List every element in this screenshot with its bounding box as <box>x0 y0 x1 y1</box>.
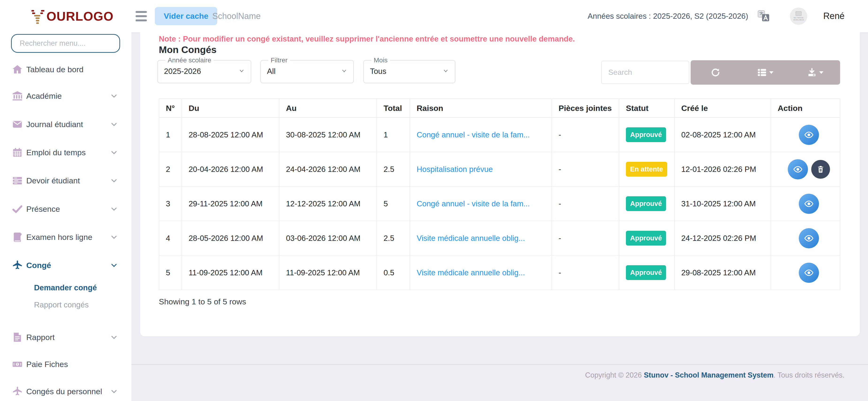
columns-button[interactable] <box>740 60 790 85</box>
table-header-row: N° Du Au Total Raison Pièces jointes Sta… <box>159 99 840 118</box>
col-total: Total <box>377 99 410 118</box>
sidebar-item-presence[interactable]: Présence <box>0 198 131 220</box>
reason-link[interactable]: Congé annuel - visite de la fam... <box>416 130 530 139</box>
delete-button[interactable] <box>811 160 830 179</box>
table-summary: Showing 1 to 5 of 5 rows <box>159 297 246 306</box>
sidebar-item-tableau-de-bord[interactable]: Tableau de bord <box>0 59 131 80</box>
school-year-label: Année scolaire <box>165 57 214 64</box>
page-title: Mon Congés <box>159 44 217 55</box>
footer-brand-link[interactable]: Stunov - School Management System <box>644 371 773 379</box>
view-button[interactable] <box>799 228 819 248</box>
eye-icon <box>804 199 814 209</box>
caret-down-icon <box>819 71 824 74</box>
sidebar-item-paie-fiches[interactable]: Paie Fiches <box>0 354 131 375</box>
app-screen: OURLOGO Vider cache SchoolName Années sc… <box>0 0 868 401</box>
table-toolbar <box>691 60 840 85</box>
sidebar-subitem-demander-conge[interactable]: Demander congé <box>0 279 131 296</box>
col-statut: Statut <box>619 99 675 118</box>
table-search-input[interactable] <box>601 61 689 84</box>
refresh-button[interactable] <box>691 60 740 85</box>
school-name-tab[interactable]: SchoolName <box>212 0 260 32</box>
logo-text: OURLOGO <box>46 9 114 24</box>
table-row: 5 11-09-2025 12:00 AM 11-09-2025 12:00 A… <box>159 255 840 290</box>
sidebar-item-conge[interactable]: Congé <box>0 255 131 276</box>
export-button[interactable] <box>790 60 840 85</box>
report-icon <box>12 332 23 343</box>
bank-icon <box>12 90 23 102</box>
view-button[interactable] <box>799 125 819 145</box>
chevron-down-icon <box>443 67 449 76</box>
sidebar-item-examen-hors-ligne[interactable]: Examen hors ligne <box>0 226 131 248</box>
avatar[interactable]: NO IMAGE AVAILABLE <box>790 7 807 25</box>
chevron-down-icon <box>110 333 118 341</box>
col-raison: Raison <box>410 99 552 118</box>
status-badge: Approuvé <box>626 127 666 142</box>
sidebar-item-academie[interactable]: Académie <box>0 85 131 107</box>
topbar: OURLOGO Vider cache SchoolName Années sc… <box>0 0 868 32</box>
sidebar-item-rapport[interactable]: Rapport <box>0 327 131 348</box>
school-years-label: Années scolaires : 2025-2026, S2 (2025-2… <box>588 12 748 21</box>
menu-search-input[interactable] <box>11 34 120 53</box>
user-name[interactable]: René <box>823 11 844 21</box>
refresh-icon <box>711 68 720 77</box>
chevron-down-icon <box>110 388 118 395</box>
sidebar-item-emploi-du-temps[interactable]: Emploi du temps <box>0 142 131 163</box>
chevron-down-icon <box>239 67 245 76</box>
content-card: Note : Pour modifier un congé existant, … <box>140 32 860 336</box>
chevron-down-icon <box>110 262 118 269</box>
money-icon <box>12 359 23 370</box>
col-du: Du <box>182 99 279 118</box>
month-select[interactable]: Mois Tous <box>363 57 455 83</box>
plane-icon <box>12 260 23 271</box>
sidebar-item-journal-etudiant[interactable]: Journal étudiant <box>0 113 131 135</box>
topbar-right: Années scolaires : 2025-2026, S2 (2025-2… <box>588 0 844 32</box>
school-year-value: 2025-2026 <box>164 67 201 76</box>
sidebar: Tableau de bord Académie Journal étudian… <box>0 32 131 401</box>
chevron-down-icon <box>110 205 118 213</box>
sidebar-subitem-rapport-conges[interactable]: Rapport congés <box>0 297 131 313</box>
view-button[interactable] <box>799 263 819 283</box>
reason-link[interactable]: Visite médicale annuelle oblig... <box>416 234 525 242</box>
status-badge: Approuvé <box>626 196 666 211</box>
trash-icon <box>816 165 825 174</box>
status-badge: Approuvé <box>626 231 666 245</box>
filter-select[interactable]: Filtrer All <box>260 57 354 83</box>
eye-icon <box>804 268 814 278</box>
logo-y-icon <box>30 8 46 24</box>
calendar-icon <box>12 147 23 158</box>
avatar-placeholder-text: NO IMAGE AVAILABLE <box>794 16 804 21</box>
reason-link[interactable]: Visite médicale annuelle oblig... <box>416 268 525 277</box>
eye-icon <box>793 164 803 174</box>
note-text: Note : Pour modifier un congé existant, … <box>159 34 575 43</box>
school-year-select[interactable]: Année scolaire 2025-2026 <box>157 57 251 83</box>
filter-value: All <box>267 67 276 76</box>
envelope-icon <box>12 119 23 130</box>
month-value: Tous <box>370 67 386 76</box>
clear-cache-button[interactable]: Vider cache <box>155 7 217 25</box>
chevron-down-icon <box>110 121 118 128</box>
translate-icon[interactable] <box>757 10 770 22</box>
reason-link[interactable]: Hospitalisation prévue <box>416 165 493 173</box>
sidebar-item-conges-du-personnel[interactable]: Congés du personnel <box>0 380 131 401</box>
table-row: 4 28-05-2026 12:00 AM 03-06-2026 12:00 A… <box>159 221 840 255</box>
sidebar-item-devoir-etudiant[interactable]: Devoir étudiant <box>0 170 131 191</box>
month-label: Mois <box>371 57 390 64</box>
col-pieces: Pièces jointes <box>552 99 619 118</box>
table-row: 3 29-11-2025 12:00 AM 12-12-2025 12:00 A… <box>159 187 840 221</box>
check-icon <box>12 203 23 214</box>
no-image-icon <box>796 11 802 16</box>
main-area: Note : Pour modifier un congé existant, … <box>131 32 868 401</box>
menu-toggle-icon[interactable] <box>135 11 147 21</box>
chevron-down-icon <box>110 233 118 241</box>
table-row: 1 28-08-2025 12:00 AM 30-08-2025 12:00 A… <box>159 118 840 152</box>
col-au: Au <box>279 99 377 118</box>
status-badge: En attente <box>626 162 667 176</box>
chevron-down-icon <box>110 92 118 100</box>
view-button[interactable] <box>788 159 808 179</box>
chevron-down-icon <box>341 67 347 76</box>
view-button[interactable] <box>799 194 819 214</box>
reason-link[interactable]: Congé annuel - visite de la fam... <box>416 199 530 208</box>
chevron-down-icon <box>110 177 118 184</box>
filter-label: Filtrer <box>268 57 290 64</box>
footer-divider <box>131 364 868 365</box>
